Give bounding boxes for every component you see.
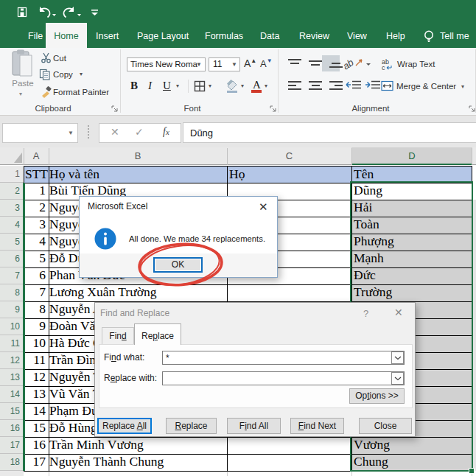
- svg-text:c: c: [382, 64, 385, 71]
- svg-text:ab: ab: [340, 57, 355, 72]
